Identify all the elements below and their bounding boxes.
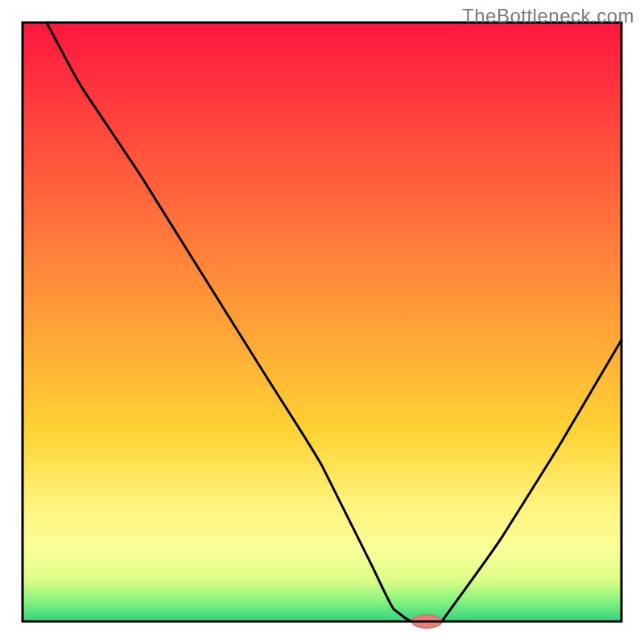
watermark-text: TheBottleneck.com bbox=[462, 5, 634, 27]
gradient-background bbox=[23, 23, 621, 621]
bottleneck-chart: TheBottleneck.com bbox=[0, 0, 644, 644]
chart-svg bbox=[0, 0, 644, 644]
plot-area bbox=[23, 23, 621, 628]
